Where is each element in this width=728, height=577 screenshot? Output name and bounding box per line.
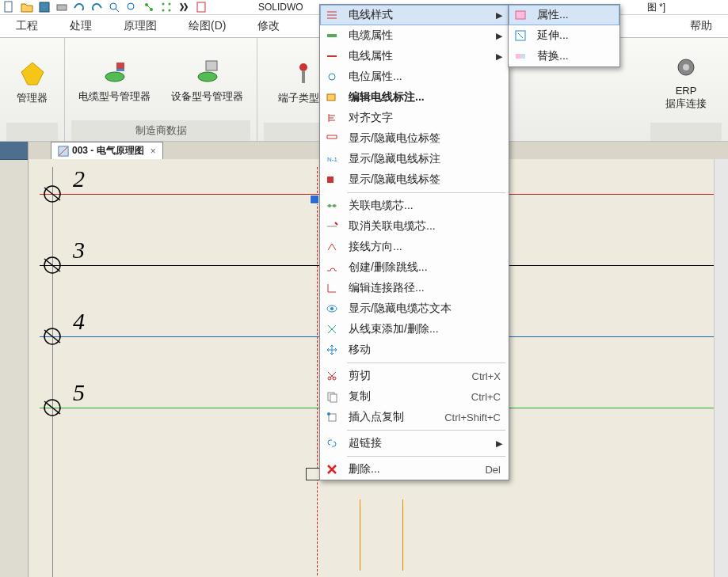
extend-icon <box>509 29 532 42</box>
menu-item-copy[interactable]: 复制Ctrl+C <box>320 386 509 407</box>
svg-rect-44 <box>516 54 520 59</box>
menu-schematic[interactable]: 原理图 <box>108 17 173 36</box>
qat-grid-icon[interactable] <box>160 1 173 13</box>
qat-print-icon[interactable] <box>55 1 68 13</box>
svg-rect-19 <box>302 70 305 83</box>
erp-button[interactable]: ERP 据库连接 <box>665 55 707 111</box>
menu-item-link[interactable]: 超链接▶ <box>320 433 509 454</box>
qat-related-icon[interactable] <box>143 1 155 13</box>
menu-process[interactable]: 处理 <box>54 17 108 36</box>
qat-zoomext-icon[interactable] <box>108 1 120 13</box>
tag-icon <box>320 91 344 104</box>
menu-separator <box>347 456 505 457</box>
menu-item-h1[interactable]: 显示/隐藏电位标签 <box>320 128 509 149</box>
menu-item-label: 延伸... <box>532 28 619 43</box>
menu-item-label: 编辑连接路径... <box>344 281 509 295</box>
manager-button[interactable]: 管理器 <box>17 61 48 105</box>
ribbon-group-mfr-label: 制造商数据 <box>71 120 250 141</box>
menu-item-h3[interactable]: 显示/隐藏电线标签 <box>320 169 509 190</box>
cable-type-mgr-button[interactable]: 电缆型号管理器 <box>78 59 151 104</box>
svg-marker-12 <box>21 63 44 85</box>
menu-modify[interactable]: 修改 <box>242 17 295 36</box>
prop-icon <box>509 9 532 21</box>
menu-item-label: 删除... <box>344 462 485 476</box>
menu-item-wirestyle[interactable]: 电线样式▶ <box>320 5 509 25</box>
menu-item-label: 编辑电线标注... <box>344 90 509 104</box>
menu-item-label: 剪切 <box>344 369 472 383</box>
menu-item-align[interactable]: 对齐文字 <box>320 108 509 128</box>
menu-shortcut: Ctrl+X <box>472 370 509 382</box>
menu-item-pot[interactable]: 电位属性... <box>320 66 509 87</box>
wire-stub <box>360 499 360 571</box>
row-number: 2 <box>73 165 85 192</box>
svg-rect-39 <box>330 394 337 402</box>
menu-item-cable[interactable]: 电缆属性▶ <box>320 25 509 46</box>
menu-item-path[interactable]: 编辑连接路径... <box>320 278 509 298</box>
svg-rect-1 <box>40 2 49 12</box>
qat-zoomwin-icon[interactable] <box>125 1 138 13</box>
qat-open-icon[interactable] <box>21 1 33 13</box>
ribbon-group-manager: 管理器 <box>0 38 65 141</box>
svg-point-8 <box>169 3 171 6</box>
qat-find-icon[interactable] <box>177 1 190 13</box>
svg-point-16 <box>198 72 217 82</box>
harness-icon <box>320 323 344 336</box>
svg-rect-11 <box>197 2 205 12</box>
menu-item-jumper[interactable]: 创建/删除跳线... <box>320 257 509 278</box>
selection-handle[interactable] <box>311 195 318 203</box>
assoc-icon <box>320 199 344 212</box>
menu-item-cut[interactable]: 剪切Ctrl+X <box>320 366 509 386</box>
submenu-arrow-icon: ▶ <box>496 31 509 41</box>
row-number: 3 <box>73 237 85 264</box>
menu-item-wireprop[interactable]: 电线属性▶ <box>320 46 509 66</box>
close-icon[interactable]: × <box>151 146 156 157</box>
wire-end-icon <box>38 256 67 275</box>
row-number: 4 <box>73 308 85 335</box>
menu-item-label: 关联电缆芯... <box>344 199 509 213</box>
menu-item-label: 电线样式 <box>344 8 496 22</box>
qat-redo-icon[interactable] <box>90 1 103 13</box>
svg-rect-14 <box>116 63 124 69</box>
menu-draw[interactable]: 绘图(D) <box>173 17 242 36</box>
submenu-arrow-icon: ▶ <box>496 10 509 21</box>
menu-item-assoc[interactable]: 关联电缆芯... <box>320 195 509 216</box>
menu-item-unassoc[interactable]: 取消关联电缆芯... <box>320 216 509 237</box>
menu-item-label: 电缆属性 <box>344 28 496 43</box>
qat-undo-icon[interactable] <box>73 1 86 13</box>
menu-item-extend[interactable]: 延伸... <box>509 25 619 46</box>
cut-icon <box>320 370 344 382</box>
wireprop-icon <box>320 50 344 63</box>
align-icon <box>320 112 344 124</box>
menu-item-pcopy[interactable]: 插入点复制Ctrl+Shift+C <box>320 407 509 427</box>
vertical-scrollbar[interactable] <box>714 159 728 577</box>
menu-item-label: 创建/删除跳线... <box>344 260 509 275</box>
unassoc-icon <box>320 220 344 233</box>
menu-item-dir[interactable]: 接线方向... <box>320 237 509 257</box>
qat-save-icon[interactable] <box>38 1 51 13</box>
menu-item-h2[interactable]: N-1显示/隐藏电线标注 <box>320 149 509 169</box>
svg-point-3 <box>110 3 116 9</box>
docked-tab[interactable] <box>0 142 28 160</box>
qat-new-icon[interactable] <box>3 1 16 13</box>
menu-item-move[interactable]: 移动 <box>320 340 509 360</box>
menu-item-label: 显示/隐藏电线标签 <box>344 173 509 187</box>
del-icon <box>320 463 344 476</box>
menu-item-prop[interactable]: 属性... <box>509 5 619 25</box>
submenu-arrow-icon: ▶ <box>496 438 509 449</box>
path-icon <box>320 282 344 294</box>
menu-item-label: 接线方向... <box>344 240 509 254</box>
menu-item-harness[interactable]: 从线束添加/删除... <box>320 319 509 340</box>
cable-icon <box>320 29 344 42</box>
qat-item-icon[interactable] <box>195 1 208 13</box>
svg-rect-17 <box>206 61 217 70</box>
svg-point-4 <box>128 3 134 9</box>
device-type-mgr-button[interactable]: 设备型号管理器 <box>171 59 243 104</box>
menu-project[interactable]: 工程 <box>0 17 54 36</box>
menu-item-eye[interactable]: 显示/隐藏电缆芯文本 <box>320 298 509 319</box>
menu-help[interactable]: 帮助 <box>674 17 728 36</box>
menu-shortcut: Ctrl+Shift+C <box>444 412 509 423</box>
document-tab-active[interactable]: 003 - 电气原理图 × <box>51 142 163 159</box>
menu-item-tag[interactable]: 编辑电线标注... <box>320 87 509 108</box>
menu-item-del[interactable]: 删除...Del <box>320 459 509 480</box>
menu-item-replace[interactable]: 替换... <box>509 46 619 66</box>
